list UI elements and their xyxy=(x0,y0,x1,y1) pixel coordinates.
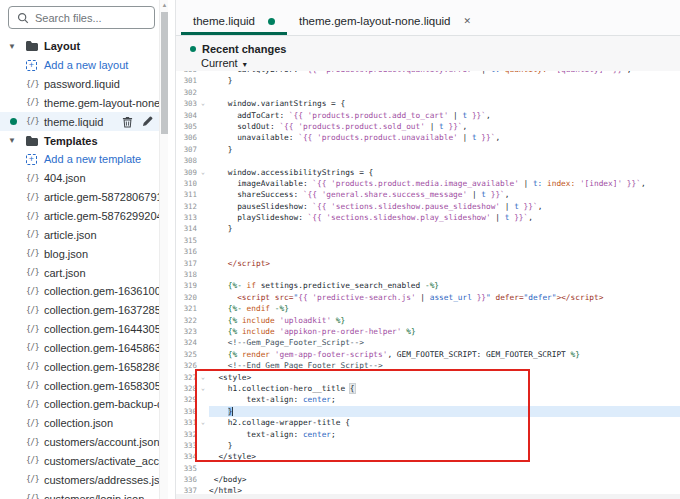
file-item[interactable]: {/}collection.gem-1658305250-tem... xyxy=(0,376,159,395)
file-item[interactable]: {/}customers/activate_account.json xyxy=(0,452,159,471)
liquid-file-icon: {/} xyxy=(26,230,44,239)
code-line[interactable]: 331⌄ h2.collage-wrapper-title { xyxy=(176,417,680,428)
file-item[interactable]: {/}customers/addresses.json xyxy=(0,470,159,489)
code-line[interactable]: 330 } xyxy=(176,406,680,417)
fold-arrow-icon[interactable]: ⌄ xyxy=(197,383,209,394)
search-input[interactable] xyxy=(35,12,146,24)
code-line[interactable]: 334 </style> xyxy=(176,451,680,462)
file-item[interactable]: {/}password.liquid xyxy=(0,75,159,94)
file-item[interactable]: {/}article.gem-587280679154-templ... xyxy=(0,188,159,207)
code-line[interactable]: 308 xyxy=(176,155,680,166)
line-number: 311 xyxy=(176,189,197,200)
code-line[interactable]: 328⌄ h1.collection-hero__title { xyxy=(176,383,680,394)
code-text: pauseSlideshow: `{{ 'sections.slideshow.… xyxy=(209,201,542,212)
code-line[interactable]: 309⌄ window.accessibilityStrings = { xyxy=(176,167,680,178)
code-line[interactable]: 312 pauseSlideshow: `{{ 'sections.slides… xyxy=(176,201,680,212)
liquid-file-icon: {/} xyxy=(26,174,44,183)
file-item[interactable]: {/}customers/login.json xyxy=(0,489,159,499)
code-line[interactable]: 320 <script src="{{ 'predictive-search.j… xyxy=(176,292,680,303)
fold-arrow-icon[interactable]: ⌄ xyxy=(197,98,209,109)
tab-theme.gem-layout-none.liquid[interactable]: theme.gem-layout-none.liquid✕ xyxy=(287,7,483,35)
code-line[interactable]: 313 playSlideshow: `{{ 'sections.slidesh… xyxy=(176,212,680,223)
fold-gutter xyxy=(197,349,209,360)
file-item[interactable]: {/}theme.liquid xyxy=(0,112,159,131)
code-line[interactable]: 319 {%- if settings.predictive_search_en… xyxy=(176,280,680,291)
code-text: } xyxy=(209,440,232,451)
line-number: 328 xyxy=(176,383,197,394)
code-line[interactable]: 336 </body> xyxy=(176,474,680,485)
file-item[interactable]: {/}collection.gem-1645863292-tem... xyxy=(0,339,159,358)
file-label: collection.gem-1645863292-tem... xyxy=(44,342,159,354)
file-label: theme.gem-layout-none.liquid xyxy=(44,97,159,109)
file-item[interactable]: {/}article.json xyxy=(0,225,159,244)
code-line[interactable]: 325 {% render 'gem-app-footer-scripts', … xyxy=(176,349,680,360)
code-line[interactable]: 317 </script> xyxy=(176,258,680,269)
tab-theme.liquid[interactable]: theme.liquid xyxy=(181,7,287,35)
code-line[interactable]: 333 } xyxy=(176,440,680,451)
file-item[interactable]: {/}collection.gem-1637285880-tem... xyxy=(0,301,159,320)
disclosure-triangle-icon[interactable]: ▼ xyxy=(8,37,16,56)
code-line[interactable]: 316 xyxy=(176,246,680,257)
file-item[interactable]: {/}blog.json xyxy=(0,244,159,263)
disclosure-triangle-icon[interactable]: ▼ xyxy=(8,131,16,150)
liquid-file-icon: {/} xyxy=(26,268,44,277)
file-item[interactable]: {/}theme.gem-layout-none.liquid xyxy=(0,94,159,113)
line-number: 316 xyxy=(176,246,197,257)
add-new-item[interactable]: +Add a new template xyxy=(0,150,159,169)
code-line[interactable]: 327⌄ <style> xyxy=(176,372,680,383)
code-line[interactable]: 301 } xyxy=(176,75,680,86)
folder-row[interactable]: ▼Templates xyxy=(0,131,159,150)
add-new-item[interactable]: +Add a new layout xyxy=(0,56,159,75)
code-line[interactable]: 326 <!--End_Gem_Page_Footer_Script--> xyxy=(176,360,680,371)
folder-row[interactable]: ▼Layout xyxy=(0,37,159,56)
caret-down-icon: ▾ xyxy=(243,60,247,69)
file-item[interactable]: {/}collection.gem-1644305569-tem... xyxy=(0,320,159,339)
file-item[interactable]: {/}collection.gem-backup-default.json xyxy=(0,395,159,414)
code-line[interactable]: 307 } xyxy=(176,144,680,155)
fold-gutter xyxy=(197,235,209,246)
code-line[interactable]: 318 xyxy=(176,269,680,280)
fold-arrow-icon[interactable]: ⌄ xyxy=(197,372,209,383)
fold-gutter xyxy=(197,75,209,86)
code-line[interactable]: 303⌄ window.variantStrings = { xyxy=(176,98,680,109)
code-text: h1.collection-hero__title { xyxy=(209,383,355,394)
code-line[interactable]: 304 addToCart: `{{ 'products.product.add… xyxy=(176,110,680,121)
file-label: 404.json xyxy=(44,172,86,184)
version-dropdown[interactable]: Current▾ xyxy=(201,57,247,69)
file-search[interactable] xyxy=(8,6,155,29)
file-item[interactable]: {/}collection.gem-1636100401-tem... xyxy=(0,282,159,301)
code-line[interactable]: 305 soldOut: `{{ 'products.product.sold_… xyxy=(176,121,680,132)
code-line[interactable]: 322 {% include 'uploadkit' %} xyxy=(176,315,680,326)
code-line[interactable]: 323 {% include 'appikon-pre-order-helper… xyxy=(176,326,680,337)
sidebar-scrollbar[interactable]: ▲ xyxy=(159,0,168,499)
code-line[interactable]: 332 text-align: center; xyxy=(176,429,680,440)
scroll-up-arrow-icon[interactable]: ▲ xyxy=(160,2,169,8)
fold-arrow-icon[interactable]: ⌄ xyxy=(197,167,209,178)
close-tab-icon[interactable]: ✕ xyxy=(464,16,472,26)
file-item[interactable]: {/}collection.gem-1658286242-tem... xyxy=(0,357,159,376)
fold-arrow-icon[interactable]: ⌄ xyxy=(197,417,209,428)
file-item[interactable]: {/}customers/account.json xyxy=(0,433,159,452)
horizontal-scrollbar[interactable] xyxy=(176,494,680,499)
code-line[interactable]: 324 <!--Gem_Page_Footer_Script--> xyxy=(176,337,680,348)
code-line[interactable]: 302 xyxy=(176,87,680,98)
delete-file-icon[interactable] xyxy=(122,116,133,128)
code-line[interactable]: 306 unavailable: `{{ 'products.product.u… xyxy=(176,132,680,143)
rename-file-icon[interactable] xyxy=(142,116,153,127)
file-item[interactable]: {/}collection.json xyxy=(0,414,159,433)
file-item[interactable]: {/}cart.json xyxy=(0,263,159,282)
code-line[interactable]: 321 {%- endif -%} xyxy=(176,303,680,314)
code-line[interactable]: 314 } xyxy=(176,223,680,234)
file-item[interactable]: {/}404.json xyxy=(0,169,159,188)
code-line[interactable]: 329 text-align: center; xyxy=(176,394,680,405)
code-line[interactable]: 335 xyxy=(176,463,680,474)
code-line[interactable]: 315 xyxy=(176,235,680,246)
code-line[interactable]: 300 cartQtyError: `{{ 'products.product.… xyxy=(176,71,680,75)
scrollbar-thumb[interactable] xyxy=(161,12,168,134)
file-item[interactable]: {/}article.gem-587629920498-templ... xyxy=(0,207,159,226)
code-line[interactable]: 311 shareSuccess: `{{ 'general.share.suc… xyxy=(176,189,680,200)
code-area[interactable]: 300 cartQtyError: `{{ 'products.product.… xyxy=(175,71,680,499)
file-label: article.json xyxy=(44,229,97,241)
code-line[interactable]: 310 imageAvailable: `{{ 'products.produc… xyxy=(176,178,680,189)
file-label: collection.gem-1644305569-tem... xyxy=(44,323,159,335)
